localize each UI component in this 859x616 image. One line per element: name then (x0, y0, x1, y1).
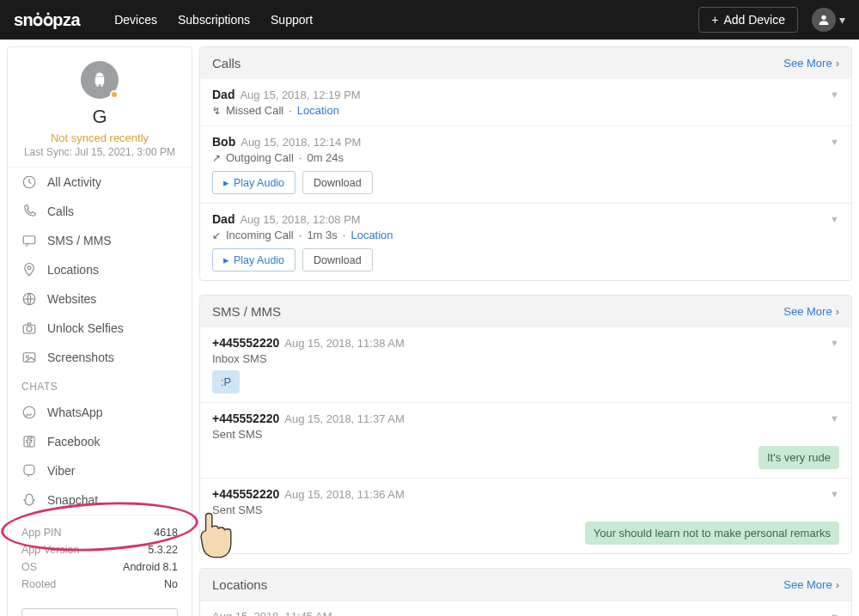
sms-entry[interactable]: +445552220Aug 15, 2018, 11:38 AM Inbox S… (200, 327, 851, 402)
play-audio-button[interactable]: ▸ Play Audio (212, 248, 295, 271)
chevron-down-icon[interactable]: ▼ (830, 489, 839, 499)
menu-label: All Activity (47, 175, 101, 189)
message-icon (21, 233, 37, 248)
sidebar-item-websites[interactable]: Websites (8, 284, 192, 314)
device-info: App PIN4618App Version5.3.22OSAndroid 8.… (8, 515, 192, 601)
chevron-down-icon[interactable]: ▼ (830, 214, 839, 224)
call-direction-icon: ↗ (212, 152, 221, 164)
info-value: Android 8.1 (123, 561, 178, 573)
play-icon: ▸ (223, 253, 229, 266)
download-button[interactable]: Download (302, 171, 373, 194)
menu-label: SMS / MMS (47, 234, 112, 247)
sidebar-item-sms-mms[interactable]: SMS / MMS (8, 226, 192, 255)
nav-links: Devices Subscriptions Support (114, 13, 313, 27)
sidebar-item-snapchat[interactable]: Snapchat (8, 485, 192, 515)
info-key: Rooted (21, 578, 56, 590)
menu-label: Viber (47, 464, 75, 478)
phone-icon (21, 204, 37, 219)
sms-panel: SMS / MMS See More › +445552220Aug 15, 2… (199, 295, 852, 554)
locations-see-more[interactable]: See More › (783, 578, 839, 591)
device-avatar (81, 61, 119, 99)
info-key: App PIN (21, 527, 62, 539)
play-icon: ▸ (223, 176, 229, 189)
sms-type: Sent SMS (212, 428, 839, 441)
menu-label: WhatsApp (47, 406, 103, 419)
sidebar-item-all-activity[interactable]: All Activity (8, 168, 192, 197)
menu-label: Snapchat (47, 493, 98, 507)
add-device-button[interactable]: + Add Device (698, 7, 798, 33)
chevron-down-icon[interactable]: ▼ (830, 137, 839, 147)
globe-icon (21, 291, 37, 307)
last-sync: Last Sync: Jul 15, 2021, 3:00 PM (18, 146, 181, 158)
play-audio-button[interactable]: ▸ Play Audio (212, 171, 295, 194)
chevron-down-icon[interactable]: ▼ (830, 338, 839, 348)
chevron-down-icon[interactable]: ▼ (830, 89, 839, 100)
info-value: 4618 (154, 527, 178, 539)
locations-panel: Locations See More › Aug 15, 2018, 11:45… (199, 568, 852, 616)
menu-label: Websites (47, 292, 96, 306)
call-contact: Dad (212, 212, 235, 226)
chevron-down-icon: ▾ (839, 13, 845, 27)
sidebar-item-whatsapp[interactable]: WhatsApp (8, 398, 192, 427)
facebook-icon (21, 434, 37, 449)
sms-see-more[interactable]: See More › (783, 305, 839, 318)
info-row: App PIN4618 (21, 524, 178, 541)
nav-subscriptions[interactable]: Subscriptions (178, 13, 250, 27)
sms-time: Aug 15, 2018, 11:38 AM (284, 337, 405, 350)
logo[interactable]: snȯȯpza (14, 9, 80, 30)
locations-title: Locations (212, 577, 267, 592)
sidebar-item-viber[interactable]: Viber (8, 456, 192, 485)
call-subtitle: ↙ Incoming Call · 1m 3s · Location (212, 229, 839, 241)
call-entry[interactable]: DadAug 15, 2018, 12:08 PM ↙ Incoming Cal… (200, 203, 851, 280)
menu-label: Unlock Selfies (47, 321, 124, 335)
whatsapp-icon (21, 405, 37, 420)
download-button[interactable]: Download (302, 248, 373, 271)
call-time: Aug 15, 2018, 12:08 PM (240, 213, 360, 226)
call-direction-icon: ↯ (212, 105, 221, 117)
sidebar-item-facebook[interactable]: Facebook (8, 427, 192, 456)
sidebar-item-calls[interactable]: Calls (8, 197, 192, 226)
sms-message: It's very rude (758, 446, 839, 469)
sms-message: Your should learn not to make personal r… (585, 521, 839, 545)
sidebar-item-unlock-selfies[interactable]: Unlock Selfies (8, 314, 192, 343)
android-icon (91, 71, 108, 88)
location-entry[interactable]: Aug 15, 2018, 11:45 AM Location · GPS ▼ (200, 601, 851, 616)
chevron-down-icon[interactable]: ▼ (830, 612, 839, 616)
chevron-right-icon: › (836, 57, 839, 70)
sms-contact: +445552220 (212, 487, 279, 501)
camera-icon (21, 320, 37, 336)
location-link[interactable]: Location (350, 229, 393, 241)
sms-contact: +445552220 (212, 336, 279, 350)
info-key: App Version (21, 544, 79, 556)
chevron-down-icon[interactable]: ▼ (830, 413, 839, 424)
nav-devices[interactable]: Devices (114, 13, 157, 27)
sms-message: :P (212, 370, 240, 393)
sidebar-item-screenshots[interactable]: Screenshots (8, 343, 192, 372)
nav-support[interactable]: Support (271, 13, 313, 27)
pin-icon (21, 262, 37, 278)
settings-button[interactable]: Settings (21, 608, 178, 616)
sidebar-item-locations[interactable]: Locations (8, 255, 192, 284)
sms-contact: +445552220 (212, 412, 279, 425)
chevron-right-icon: › (836, 305, 839, 318)
calls-panel: Calls See More › DadAug 15, 2018, 12:19 … (199, 46, 852, 281)
add-device-label: Add Device (723, 13, 785, 27)
svg-point-0 (821, 15, 825, 20)
user-menu[interactable]: ▾ (812, 8, 845, 32)
location-link[interactable]: Location (297, 104, 339, 117)
sms-entry[interactable]: +445552220Aug 15, 2018, 11:36 AM Sent SM… (200, 478, 851, 553)
navbar: snȯȯpza Devices Subscriptions Support + … (0, 0, 859, 40)
info-row: RootedNo (21, 576, 178, 593)
call-time: Aug 15, 2018, 12:19 PM (240, 88, 360, 101)
call-entry[interactable]: DadAug 15, 2018, 12:19 PM ↯ Missed Call … (200, 79, 851, 125)
calls-see-more[interactable]: See More › (783, 57, 839, 70)
menu-chats-header: CHATS (8, 372, 192, 398)
call-entry[interactable]: BobAug 15, 2018, 12:14 PM ↗ Outgoing Cal… (200, 125, 851, 203)
sms-entry[interactable]: +445552220Aug 15, 2018, 11:37 AM Sent SM… (200, 402, 851, 478)
sms-time: Aug 15, 2018, 11:37 AM (284, 412, 405, 425)
sync-status: Not synced recently (18, 131, 181, 144)
device-name: G (18, 106, 181, 128)
call-contact: Dad (212, 88, 235, 101)
clock-icon (21, 174, 37, 190)
sms-type: Inbox SMS (212, 352, 839, 365)
